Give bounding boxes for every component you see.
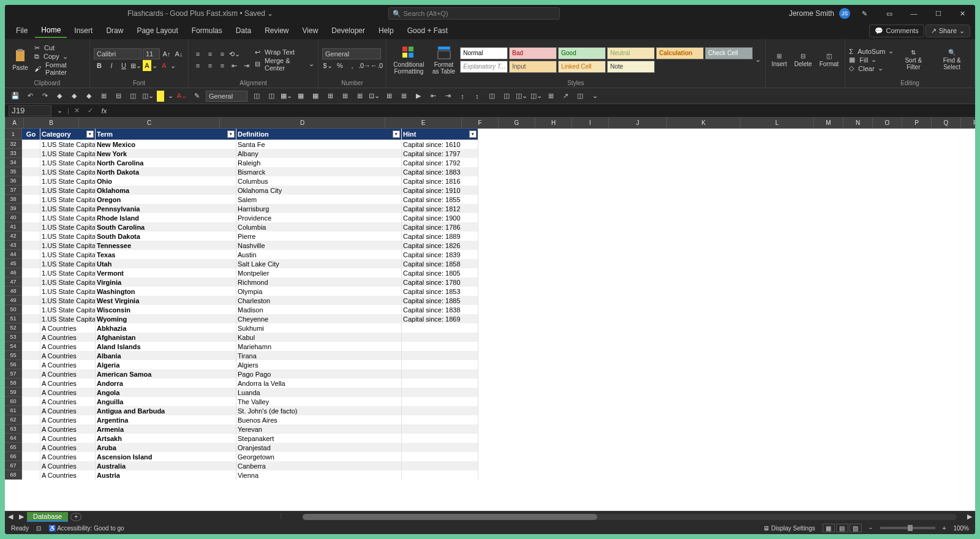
qa-button-24[interactable]: ↕ xyxy=(472,91,483,102)
style-linked-cell[interactable]: Linked Cell xyxy=(558,61,606,73)
font-size-select[interactable] xyxy=(143,48,160,59)
cell-hint[interactable] xyxy=(402,406,478,415)
fill-button[interactable]: ▦ Fill ⌄ xyxy=(849,56,894,64)
qa-button-25[interactable]: ◫ xyxy=(486,91,497,102)
cell-category[interactable]: 1.US State Capitals xyxy=(40,259,96,268)
style-normal[interactable]: Normal xyxy=(460,47,508,59)
cell-definition[interactable]: Pago Pago xyxy=(236,369,402,379)
horizontal-scrollbar[interactable] xyxy=(303,514,957,520)
sheet-tab-database[interactable]: Database xyxy=(27,512,68,522)
cell-term[interactable]: Oklahoma xyxy=(96,186,236,195)
align-bottom-button[interactable]: ≡ xyxy=(217,48,228,59)
cell-definition[interactable]: Austin xyxy=(236,250,402,259)
cell-definition[interactable]: St. John's (de facto) xyxy=(236,406,402,415)
page-break-view-button[interactable]: ▧ xyxy=(850,524,862,532)
qa-button-16[interactable]: ⊞ xyxy=(354,91,365,102)
minimize-button[interactable]: — xyxy=(904,5,924,22)
tab-custom[interactable]: Good + Fast xyxy=(401,24,454,37)
cell-definition[interactable]: Albany xyxy=(236,149,402,158)
cell-hint[interactable] xyxy=(402,369,478,379)
row-header-34[interactable]: 34 xyxy=(5,158,22,167)
cell[interactable] xyxy=(22,158,40,167)
normal-view-button[interactable]: ▦ xyxy=(823,524,835,532)
col-header-K[interactable]: K xyxy=(667,118,741,128)
cell[interactable] xyxy=(22,470,40,480)
tab-review[interactable]: Review xyxy=(258,24,295,37)
cell-term[interactable]: New York xyxy=(96,149,236,158)
style-good[interactable]: Good xyxy=(558,47,606,59)
style-input[interactable]: Input xyxy=(509,61,557,73)
row-header-50[interactable]: 50 xyxy=(5,305,22,314)
hscroll-thumb[interactable] xyxy=(303,514,597,520)
decrease-decimal-button[interactable]: ←.0 xyxy=(371,60,382,71)
cell-hint[interactable] xyxy=(402,452,478,461)
cell-category[interactable]: A Countries xyxy=(40,342,96,351)
qa-button-20[interactable]: ▶ xyxy=(413,91,424,102)
filter-category-button[interactable]: ▾ xyxy=(86,130,94,138)
cell-hint[interactable]: Capital since: 1792 xyxy=(402,158,478,167)
cell-hint[interactable]: Capital since: 1805 xyxy=(402,268,478,277)
row-header-42[interactable]: 42 xyxy=(5,232,22,241)
cell-category[interactable]: 1.US State Capitals xyxy=(40,167,96,176)
cell-category[interactable]: A Countries xyxy=(40,443,96,452)
sheet-nav-prev[interactable]: ◀ xyxy=(5,513,16,521)
qa-button-23[interactable]: ↕ xyxy=(457,91,468,102)
row-header-46[interactable]: 46 xyxy=(5,268,22,277)
qa-button-11[interactable]: ▦⌄ xyxy=(281,91,292,102)
cell-definition[interactable]: Andorra la Vella xyxy=(236,379,402,388)
cell[interactable] xyxy=(22,406,40,415)
cell-category[interactable]: A Countries xyxy=(40,406,96,415)
increase-decimal-button[interactable]: .0→ xyxy=(359,60,370,71)
format-as-table-button[interactable]: Format as Table xyxy=(430,44,458,76)
cell-definition[interactable]: Buenos Aires xyxy=(236,415,402,424)
cell-hint[interactable] xyxy=(402,443,478,452)
cell-hint[interactable]: Capital since: 1889 xyxy=(402,232,478,241)
row-header-43[interactable]: 43 xyxy=(5,241,22,250)
style-calculation[interactable]: Calculation xyxy=(656,47,704,59)
row-header-53[interactable]: 53 xyxy=(5,333,22,342)
clear-button[interactable]: ◇ Clear ⌄ xyxy=(849,64,894,72)
cell[interactable] xyxy=(22,186,40,195)
italic-button[interactable]: I xyxy=(106,60,117,71)
cell-hint[interactable]: Capital since: 1797 xyxy=(402,149,478,158)
row-header-45[interactable]: 45 xyxy=(5,259,22,268)
pen-icon[interactable]: ✎ xyxy=(855,5,875,22)
row-header-47[interactable]: 47 xyxy=(5,277,22,287)
cell[interactable] xyxy=(22,397,40,406)
qa-button-30[interactable]: ↗ xyxy=(560,91,571,102)
maximize-button[interactable]: ☐ xyxy=(929,5,948,22)
cell-category[interactable]: 1.US State Capitals xyxy=(40,176,96,186)
fill-color-dropdown[interactable]: ⌄ xyxy=(153,60,157,71)
cell-definition[interactable]: Sukhumi xyxy=(236,323,402,333)
cell-term[interactable]: Ascension Island xyxy=(96,452,236,461)
cell-hint[interactable]: Capital since: 1780 xyxy=(402,277,478,287)
cell-definition[interactable]: Harrisburg xyxy=(236,204,402,213)
tab-view[interactable]: View xyxy=(296,24,325,37)
cell-hint[interactable] xyxy=(402,360,478,369)
align-left-button[interactable]: ≡ xyxy=(192,60,203,71)
col-header-L[interactable]: L xyxy=(741,118,814,128)
zoom-out-button[interactable]: − xyxy=(869,525,873,532)
cell-term[interactable]: Algeria xyxy=(96,360,236,369)
row-header-59[interactable]: 59 xyxy=(5,388,22,397)
cell-category[interactable]: 1.US State Capitals xyxy=(40,268,96,277)
cell-definition[interactable]: Montpelier xyxy=(236,268,402,277)
tab-help[interactable]: Help xyxy=(372,24,400,37)
cell-term[interactable]: North Dakota xyxy=(96,167,236,176)
col-header-P[interactable]: P xyxy=(902,118,932,128)
row-header-64[interactable]: 64 xyxy=(5,434,22,443)
merge-center-button[interactable]: ⊟ Merge & Center ⌄ xyxy=(255,57,314,72)
cell[interactable] xyxy=(22,149,40,158)
qa-button-3[interactable]: ◆ xyxy=(83,91,94,102)
cell-hint[interactable]: Capital since: 1910 xyxy=(402,186,478,195)
cell-definition[interactable]: Georgetown xyxy=(236,452,402,461)
tab-developer[interactable]: Developer xyxy=(325,24,371,37)
copy-button[interactable]: ⧉ Copy ⌄ xyxy=(34,53,86,61)
cell-term[interactable]: Angola xyxy=(96,388,236,397)
tab-formulas[interactable]: Formulas xyxy=(186,24,228,37)
header-term[interactable]: Term▾ xyxy=(96,129,236,140)
cell[interactable] xyxy=(22,287,40,296)
row-header-1[interactable]: 1 xyxy=(5,129,22,140)
cell-definition[interactable]: Salt Lake City xyxy=(236,259,402,268)
row-header-54[interactable]: 54 xyxy=(5,342,22,351)
